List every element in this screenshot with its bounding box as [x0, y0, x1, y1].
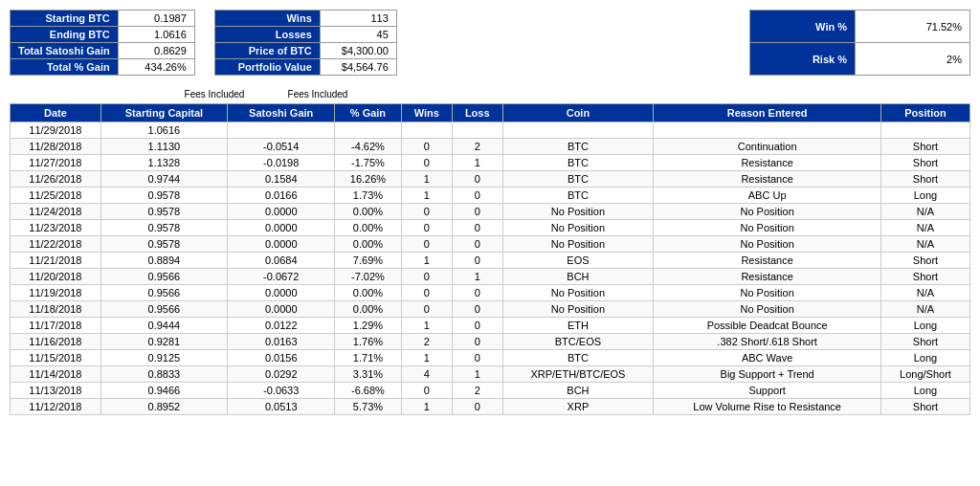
table-cell: 0 [452, 350, 502, 366]
table-cell: 0 [401, 383, 452, 399]
table-cell: ABC Wave [654, 350, 881, 366]
table-cell: 0.8894 [100, 253, 227, 269]
table-cell: 11/16/2018 [11, 334, 101, 350]
table-cell: Short [880, 171, 969, 188]
table-cell: -6.68% [335, 383, 401, 399]
table-cell [228, 122, 335, 139]
table-cell: 0.0684 [228, 253, 335, 269]
table-cell: Long/Short [880, 366, 969, 383]
table-cell: -0.0633 [228, 383, 335, 399]
table-cell: 2 [401, 334, 452, 350]
table-cell: 0.0000 [228, 220, 335, 236]
table-cell: 0 [401, 301, 452, 318]
table-cell: 11/29/2018 [11, 122, 101, 139]
table-cell: 1.73% [335, 188, 401, 204]
table-cell: 2 [452, 383, 502, 399]
table-cell: 0 [401, 285, 452, 301]
table-cell: 0 [452, 220, 502, 236]
table-cell: Support [654, 383, 881, 399]
summary-left-row: Total Satoshi Gain0.8629 [11, 43, 195, 59]
table-header-cell: Satoshi Gain [228, 104, 335, 122]
table-cell: ABC Up [654, 188, 881, 204]
table-cell: ETH [502, 318, 654, 334]
table-cell: No Position [502, 285, 654, 301]
table-cell: No Position [502, 236, 654, 253]
table-cell: 4 [401, 366, 452, 383]
summary-left: Starting BTC0.1987Ending BTC1.0616Total … [10, 10, 195, 76]
table-cell: 0.9578 [100, 204, 227, 220]
table-cell [452, 122, 502, 139]
table-cell: 0.9744 [100, 171, 227, 188]
table-cell: BTC [502, 350, 654, 366]
summary-label: Price of BTC [214, 43, 320, 59]
table-cell: No Position [502, 220, 654, 236]
table-cell: 0 [401, 269, 452, 285]
table-cell: 1 [401, 399, 452, 415]
table-cell: 0.00% [335, 236, 401, 253]
table-cell: 0.00% [335, 301, 401, 318]
table-cell: Short [880, 334, 969, 350]
summary-middle-row: Wins113 [214, 11, 396, 27]
table-cell [335, 122, 401, 139]
table-cell: -4.62% [335, 139, 401, 155]
table-cell: 0.9281 [100, 334, 227, 350]
table-cell: 0.00% [335, 285, 401, 301]
table-row: 11/17/20180.94440.01221.29%10ETHPossible… [11, 318, 970, 334]
table-row: 11/20/20180.9566-0.0672-7.02%01BCHResist… [11, 269, 970, 285]
fees-label-2: Fees Included [266, 89, 369, 99]
table-cell: -0.0672 [228, 269, 335, 285]
table-cell: 0 [401, 236, 452, 253]
summary-label: Ending BTC [11, 27, 119, 43]
table-cell: 11/15/2018 [11, 350, 101, 366]
table-cell: BTC [502, 155, 654, 171]
table-header-cell: Position [880, 104, 969, 122]
table-header-cell: Date [11, 104, 101, 122]
table-cell: No Position [654, 220, 881, 236]
summary-middle-row: Portfolio Value$4,564.76 [214, 59, 396, 76]
summary-middle-row: Price of BTC$4,300.00 [214, 43, 396, 59]
table-cell: 0.0166 [228, 188, 335, 204]
table-cell: 0 [401, 204, 452, 220]
table-cell: .382 Short/.618 Short [654, 334, 881, 350]
table-cell: 0 [452, 188, 502, 204]
summary-middle: Wins113Losses45Price of BTC$4,300.00Port… [214, 10, 397, 76]
summary-label: Total Satoshi Gain [11, 43, 119, 59]
summary-right-row: Risk %2% [750, 43, 970, 76]
table-cell: EOS [502, 253, 654, 269]
table-cell: 0.0292 [228, 366, 335, 383]
top-section: Starting BTC0.1987Ending BTC1.0616Total … [10, 10, 970, 76]
table-cell: 0.0000 [228, 285, 335, 301]
table-cell: 1 [452, 366, 502, 383]
table-cell: N/A [880, 301, 969, 318]
table-cell: 0.0000 [228, 301, 335, 318]
table-cell: 0.8952 [100, 399, 227, 415]
table-cell: BCH [502, 269, 654, 285]
table-cell: N/A [880, 220, 969, 236]
summary-label: Starting BTC [11, 11, 119, 27]
table-cell: Short [880, 155, 969, 171]
table-row: 11/21/20180.88940.06847.69%10EOSResistan… [11, 253, 970, 269]
table-header-cell: Reason Entered [654, 104, 881, 122]
summary-value: $4,564.76 [320, 59, 396, 76]
table-row: 11/13/20180.9466-0.0633-6.68%02BCHSuppor… [11, 383, 970, 399]
data-table: DateStarting CapitalSatoshi Gain% GainWi… [10, 103, 970, 415]
table-cell: 1 [401, 253, 452, 269]
table-cell: Short [880, 253, 969, 269]
table-cell: 0 [452, 301, 502, 318]
table-cell [654, 122, 881, 139]
table-cell: 1.76% [335, 334, 401, 350]
table-row: 11/19/20180.95660.00000.00%00No Position… [11, 285, 970, 301]
summary-value: 71.52% [856, 11, 970, 43]
summary-right-row: Win %71.52% [750, 11, 970, 43]
table-cell: 1.1328 [100, 155, 227, 171]
table-cell: 0 [452, 171, 502, 188]
table-row: 11/14/20180.88330.02923.31%41XRP/ETH/BTC… [11, 366, 970, 383]
table-header-cell: % Gain [335, 104, 401, 122]
table-cell: 7.69% [335, 253, 401, 269]
summary-left-row: Ending BTC1.0616 [11, 27, 195, 43]
table-cell: 11/20/2018 [11, 269, 101, 285]
table-cell: Continuation [654, 139, 881, 155]
table-cell: N/A [880, 236, 969, 253]
summary-value: 2% [856, 43, 970, 76]
summary-label: Losses [214, 27, 320, 43]
